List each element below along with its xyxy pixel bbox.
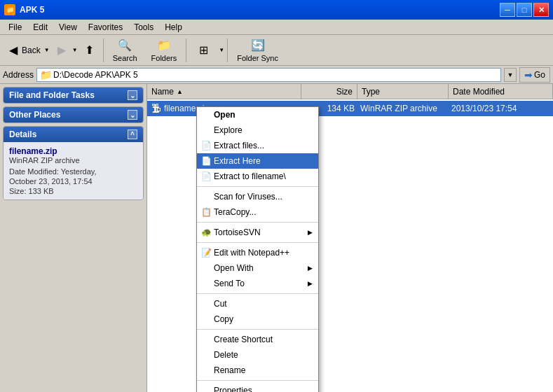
search-button[interactable]: 🔍 Search: [107, 36, 144, 64]
ctx-rename[interactable]: Rename: [197, 363, 318, 378]
file-list-header: Name ▲ Size Type Date Modified: [147, 84, 553, 99]
main-content: File and Folder Tasks ⌄ Other Places ⌄ D…: [0, 84, 553, 392]
back-dropdown[interactable]: ▼: [44, 41, 50, 60]
details-body: filename.zip WinRAR ZIP archive Date Mod…: [4, 142, 143, 200]
ctx-teracopy[interactable]: 📋 TeraCopy...: [197, 204, 318, 220]
maximize-button[interactable]: □: [517, 3, 532, 17]
folders-label: Folders: [151, 54, 177, 62]
file-folder-tasks-section: File and Folder Tasks ⌄: [3, 87, 144, 104]
address-label: Address: [3, 70, 34, 80]
ctx-open[interactable]: Open: [197, 107, 318, 122]
up-button[interactable]: ⬆: [79, 38, 100, 63]
folder-sync-label: Folder Sync: [237, 54, 278, 62]
file-zip-icon: 🗜: [151, 103, 161, 114]
file-folder-tasks-collapse-icon[interactable]: ⌄: [128, 90, 137, 100]
forward-button[interactable]: ▶: [51, 38, 72, 63]
search-label: Search: [113, 54, 137, 62]
col-header-size[interactable]: Size: [301, 84, 357, 99]
address-dropdown[interactable]: ▼: [504, 68, 517, 82]
ctx-properties[interactable]: Properties: [197, 383, 318, 392]
ctx-cut[interactable]: Cut: [197, 296, 318, 312]
close-button[interactable]: ✕: [533, 3, 549, 17]
app-icon: 📁: [4, 4, 15, 15]
file-folder-tasks-header[interactable]: File and Folder Tasks ⌄: [4, 88, 143, 103]
ctx-sep-2: [197, 222, 318, 223]
ctx-extract-files[interactable]: 📄 Extract files...: [197, 138, 318, 153]
extract-to-icon: 📄: [201, 172, 212, 181]
forward-btn-group: ▶ ▼: [51, 38, 78, 63]
ctx-create-shortcut[interactable]: Create Shortcut: [197, 332, 318, 347]
menu-edit[interactable]: Edit: [27, 21, 53, 34]
ctx-extract-to[interactable]: 📄 Extract to filename\: [197, 169, 318, 184]
back-icon: ◀: [6, 43, 20, 57]
views-icon: ⊞: [196, 43, 210, 57]
views-dropdown[interactable]: ▼: [219, 41, 224, 60]
file-type: WinRAR ZIP archive: [360, 104, 451, 113]
go-label: Go: [534, 70, 545, 80]
details-collapse-icon[interactable]: ^: [128, 130, 137, 139]
details-filename: filename.zip: [9, 146, 137, 156]
toolbar-separator-1: [103, 38, 104, 62]
folder-sync-button[interactable]: 🔄 Folder Sync: [231, 36, 285, 64]
back-btn-group: ◀ Back ▼: [3, 38, 50, 63]
extract-files-icon: 📄: [201, 141, 212, 150]
title-bar: 📁 APK 5 ─ □ ✕: [0, 0, 553, 20]
other-places-header[interactable]: Other Places ⌄: [4, 107, 143, 122]
window-controls: ─ □ ✕: [500, 3, 549, 17]
menu-favorites[interactable]: Favorites: [83, 21, 128, 34]
details-header[interactable]: Details ^: [4, 127, 143, 142]
left-panel: File and Folder Tasks ⌄ Other Places ⌄ D…: [0, 84, 147, 392]
ctx-copy[interactable]: Copy: [197, 312, 318, 327]
menu-view[interactable]: View: [53, 21, 83, 34]
ctx-open-with[interactable]: Open With ▶: [197, 260, 318, 276]
col-header-type[interactable]: Type: [357, 84, 449, 99]
folders-button[interactable]: 📁 Folders: [145, 36, 184, 64]
back-button[interactable]: ◀ Back: [3, 38, 44, 63]
file-folder-tasks-title: File and Folder Tasks: [9, 90, 95, 100]
tortoisesvn-submenu-icon: ▶: [308, 229, 313, 236]
ctx-delete[interactable]: Delete: [197, 347, 318, 363]
extract-here-icon: 📄: [201, 156, 212, 166]
menu-help[interactable]: Help: [159, 21, 188, 34]
file-list-panel: Name ▲ Size Type Date Modified 🗜 filenam…: [147, 84, 553, 392]
toolbar-separator-2: [186, 38, 186, 62]
ctx-explore[interactable]: Explore: [197, 122, 318, 138]
menu-tools[interactable]: Tools: [128, 21, 159, 34]
menu-bar: File Edit View Favorites Tools Help: [0, 20, 553, 35]
other-places-collapse-icon[interactable]: ⌄: [128, 110, 137, 120]
context-menu: Open Explore 📄 Extract files... 📄 Extrac…: [196, 106, 319, 392]
details-size: Size: 133 KB: [9, 187, 137, 195]
ctx-sep-1: [197, 186, 318, 187]
toolbar: ◀ Back ▼ ▶ ▼ ⬆ 🔍 Search 📁 Folders ⊞ ▼ 🔄 …: [0, 35, 553, 66]
menu-file[interactable]: File: [3, 21, 27, 34]
folder-sync-icon: 🔄: [251, 38, 265, 52]
ctx-send-to[interactable]: Send To ▶: [197, 276, 318, 291]
tortoisesvn-icon: 🐢: [201, 227, 212, 237]
col-header-date[interactable]: Date Modified: [449, 84, 553, 99]
ctx-sep-4: [197, 293, 318, 294]
other-places-section: Other Places ⌄: [3, 106, 144, 123]
send-to-submenu-icon: ▶: [308, 280, 313, 287]
go-button[interactable]: ➡ Go: [519, 67, 550, 83]
teracopy-icon: 📋: [201, 207, 212, 217]
sort-arrow-icon: ▲: [177, 88, 183, 95]
address-input[interactable]: [53, 70, 498, 80]
notepad-icon: 📝: [201, 248, 212, 258]
ctx-scan-viruses[interactable]: Scan for Viruses...: [197, 189, 318, 204]
go-arrow-icon: ➡: [524, 69, 533, 80]
open-with-submenu-icon: ▶: [308, 265, 313, 272]
ctx-edit-notepad[interactable]: 📝 Edit with Notepad++: [197, 245, 318, 260]
ctx-extract-here[interactable]: 📄 Extract Here: [197, 153, 318, 169]
details-date-value: October 23, 2013, 17:54: [9, 177, 137, 186]
back-label: Back: [22, 46, 41, 55]
toolbar-separator-3: [227, 38, 228, 62]
ctx-sep-3: [197, 242, 318, 243]
views-button[interactable]: ⊞: [189, 36, 217, 64]
ctx-tortoisesvn[interactable]: 🐢 TortoiseSVN ▶: [197, 225, 318, 240]
folders-icon: 📁: [157, 38, 171, 52]
minimize-button[interactable]: ─: [500, 3, 515, 17]
col-header-name[interactable]: Name ▲: [147, 84, 301, 99]
forward-dropdown[interactable]: ▼: [72, 41, 78, 60]
file-date: 2013/10/23 17:54: [451, 104, 549, 113]
window-title: APK 5: [20, 5, 500, 15]
